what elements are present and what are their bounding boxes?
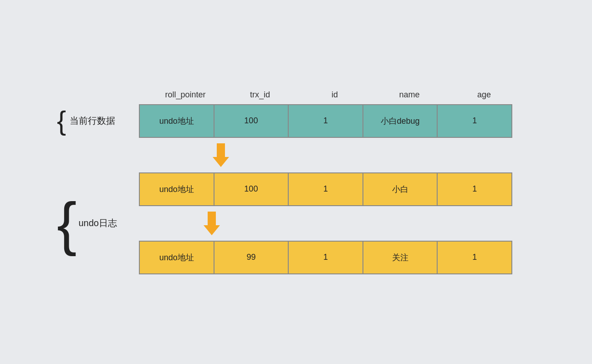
current-cell-name: 小白debug <box>363 105 438 137</box>
undo1-cell-age: 1 <box>438 173 511 205</box>
current-cell-roll-pointer: undo地址 <box>140 105 214 137</box>
arrow-1-section <box>57 143 535 167</box>
undo-row-1: undo地址 100 1 小白 1 <box>139 172 512 206</box>
undo2-cell-name: 关注 <box>363 242 438 273</box>
current-row-data: undo地址 100 1 小白debug 1 <box>139 104 512 138</box>
undo-log-section: { undo日志 undo地址 100 1 小白 1 <box>57 172 535 274</box>
current-row-text: 当前行数据 <box>70 115 115 127</box>
undo1-cell-id: 1 <box>289 173 363 205</box>
arrow-2-head <box>204 225 220 235</box>
undo2-cell-trx-id: 99 <box>214 242 289 273</box>
current-row-label: { 当前行数据 <box>57 107 139 135</box>
undo1-cell-name: 小白 <box>363 173 438 205</box>
arrow-1-head <box>213 157 229 167</box>
undo-log-text: undo日志 <box>78 217 117 229</box>
arrow-2 <box>200 212 223 235</box>
column-headers: roll_pointer trx_id id name age <box>148 90 521 100</box>
current-cell-age: 1 <box>438 105 511 137</box>
arrow-2-section <box>139 212 512 235</box>
undo1-cell-roll-pointer: undo地址 <box>140 173 214 205</box>
undo-log-wrapper: { undo日志 undo地址 100 1 小白 1 <box>57 172 535 274</box>
col-header-id: id <box>297 90 372 100</box>
arrow-2-shaft <box>208 212 216 225</box>
undo-log-label-area: { undo日志 <box>57 172 139 274</box>
undo1-cell-trx-id: 100 <box>214 173 289 205</box>
current-cell-trx-id: 100 <box>214 105 289 137</box>
current-row-brace: { <box>57 107 66 135</box>
current-cell-id: 1 <box>289 105 363 137</box>
arrow-1-shaft <box>217 143 225 157</box>
undo2-cell-age: 1 <box>438 242 511 273</box>
undo2-cell-roll-pointer: undo地址 <box>140 242 214 273</box>
col-header-roll-pointer: roll_pointer <box>148 90 223 100</box>
current-row-section: { 当前行数据 undo地址 100 1 小白debug 1 <box>57 104 535 138</box>
col-header-age: age <box>447 90 521 100</box>
undo-rows-container: undo地址 100 1 小白 1 undo地址 99 <box>139 172 512 274</box>
col-header-name: name <box>372 90 447 100</box>
undo-row-2: undo地址 99 1 关注 1 <box>139 241 512 274</box>
diagram: roll_pointer trx_id id name age { 当前行数据 … <box>57 90 535 274</box>
arrow-1 <box>209 143 232 167</box>
undo-log-brace: { <box>57 194 77 253</box>
col-header-trx-id: trx_id <box>223 90 297 100</box>
undo2-cell-id: 1 <box>289 242 363 273</box>
